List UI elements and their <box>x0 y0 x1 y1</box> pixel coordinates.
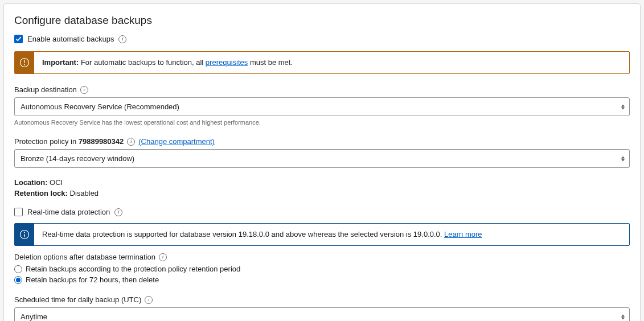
alert-icon <box>19 57 30 68</box>
enable-auto-backups-label: Enable automatic backups <box>27 35 114 43</box>
realtime-info-alert: Real-time data protection is supported f… <box>14 223 630 246</box>
enable-auto-backups-row: Enable automatic backups <box>14 35 630 43</box>
info-alert-icon <box>19 229 30 240</box>
learn-more-link[interactable]: Learn more <box>444 230 482 238</box>
radio-retain-policy[interactable] <box>14 265 22 273</box>
scheduled-time-select[interactable]: Anytime <box>14 307 630 321</box>
svg-point-4 <box>24 232 25 233</box>
scheduled-time-label: Scheduled time for daily backup (UTC) <box>14 295 141 304</box>
info-icon[interactable] <box>159 253 167 261</box>
info-icon[interactable] <box>114 208 122 216</box>
important-alert: Important: For automatic backups to func… <box>14 51 630 74</box>
deletion-options-label: Deletion options after database terminat… <box>14 253 155 261</box>
deletion-options-field: Deletion options after database terminat… <box>14 253 630 284</box>
change-compartment-link[interactable]: (Change compartment) <box>138 137 215 146</box>
info-icon[interactable] <box>118 35 126 43</box>
select-arrows-icon <box>621 156 625 161</box>
configure-backups-panel: Configure database backups Enable automa… <box>3 3 641 321</box>
info-icon[interactable] <box>127 138 135 146</box>
prerequisites-link[interactable]: prerequisites <box>206 58 248 67</box>
realtime-protection-row: Real-time data protection <box>14 208 630 216</box>
deletion-option-retain-72h[interactable]: Retain backups for 72 hours, then delete <box>14 275 630 284</box>
backup-destination-field: Backup destination Autonomous Recovery S… <box>14 85 630 126</box>
info-icon[interactable] <box>145 296 153 304</box>
svg-point-2 <box>24 64 25 65</box>
select-arrows-icon <box>621 104 625 109</box>
realtime-protection-label: Real-time data protection <box>27 208 110 216</box>
alert-icon-column <box>15 52 34 73</box>
alert-text: Important: For automatic backups to func… <box>34 52 301 73</box>
backup-destination-label: Backup destination <box>14 85 77 94</box>
realtime-alert-text: Real-time data protection is supported f… <box>34 224 490 245</box>
protection-policy-label: Protection policy in 79889980342 (Change… <box>14 137 215 146</box>
backup-destination-help: Autonomous Recovery Service has the lowe… <box>14 119 630 126</box>
retention-lock-row: Retention lock: Disabled <box>14 189 630 197</box>
enable-auto-backups-checkbox[interactable] <box>14 35 23 43</box>
info-icon[interactable] <box>80 86 88 94</box>
radio-retain-72h[interactable] <box>14 276 22 284</box>
realtime-protection-checkbox[interactable] <box>14 208 23 216</box>
location-row: Location: OCI <box>14 178 630 187</box>
alert-icon-column <box>15 224 34 245</box>
select-arrows-icon <box>621 314 625 319</box>
deletion-option-retain-policy[interactable]: Retain backups according to the protecti… <box>14 265 630 273</box>
protection-policy-select[interactable]: Bronze (14-days recovery window) <box>14 149 630 168</box>
panel-title: Configure database backups <box>14 14 630 27</box>
scheduled-time-field: Scheduled time for daily backup (UTC) An… <box>14 295 630 321</box>
check-icon <box>15 36 22 42</box>
policy-details: Location: OCI Retention lock: Disabled <box>14 178 630 197</box>
backup-destination-select[interactable]: Autonomous Recovery Service (Recommended… <box>14 97 630 116</box>
protection-policy-field: Protection policy in 79889980342 (Change… <box>14 137 630 168</box>
